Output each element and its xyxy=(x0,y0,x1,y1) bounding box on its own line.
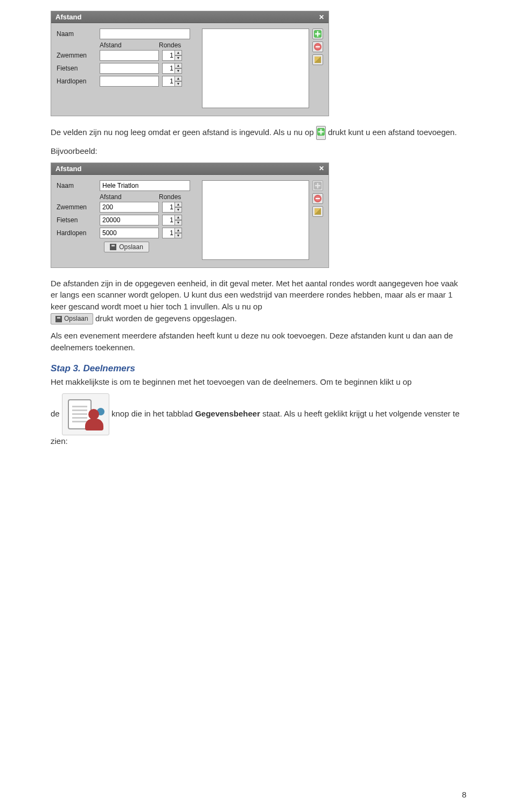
spin-down-icon[interactable]: ▼ xyxy=(174,220,182,225)
plus-icon xyxy=(314,182,322,189)
naam-input[interactable] xyxy=(100,29,190,39)
label-naam: Naam xyxy=(57,30,100,38)
person-icon xyxy=(88,409,99,420)
paragraph-multi: Als een evenement meerdere afstanden hee… xyxy=(51,330,466,354)
label-zwemmen: Zwemmen xyxy=(57,52,100,59)
spin-up-icon[interactable]: ▲ xyxy=(174,215,182,220)
fietsen-rondes-input[interactable] xyxy=(162,63,175,74)
edit-button[interactable] xyxy=(312,206,323,217)
spin-up-icon[interactable]: ▲ xyxy=(174,76,182,81)
remove-button[interactable] xyxy=(312,193,323,204)
plus-icon xyxy=(317,128,325,136)
label-naam: Naam xyxy=(57,182,100,189)
paragraph-step3a: Het makkelijkste is om te beginnen met h… xyxy=(51,376,466,388)
spin-down-icon[interactable]: ▼ xyxy=(174,233,182,238)
close-icon[interactable]: ✕ xyxy=(319,165,324,172)
fietsen-input[interactable] xyxy=(100,215,159,225)
page-number: 8 xyxy=(462,790,466,799)
afstand-listbox[interactable] xyxy=(202,29,309,108)
hardlopen-rondes-input[interactable] xyxy=(162,76,175,87)
spin-down-icon[interactable]: ▼ xyxy=(174,207,182,213)
hardlopen-input[interactable] xyxy=(100,228,159,238)
add-button xyxy=(312,180,323,191)
dialog-title: Afstand xyxy=(55,165,81,173)
dialog-titlebar[interactable]: Afstand ✕ xyxy=(51,11,329,23)
paragraph-bijvoorbeeld: Bijvoorbeeld: xyxy=(51,145,466,157)
zwemmen-rondes-input[interactable] xyxy=(162,50,175,61)
bold-gegevensbeheer: Gegevensbeheer xyxy=(195,409,260,418)
spin-up-icon[interactable]: ▲ xyxy=(174,228,182,233)
label-fietsen: Fietsen xyxy=(57,65,100,72)
minus-icon xyxy=(314,43,322,51)
deelnemers-button[interactable] xyxy=(62,393,109,435)
inline-save-label: Opslaan xyxy=(64,314,88,323)
close-icon[interactable]: ✕ xyxy=(319,13,324,21)
naam-input[interactable] xyxy=(100,180,190,191)
plus-icon xyxy=(314,30,322,38)
label-afstand: Afstand xyxy=(100,193,159,201)
spin-down-icon[interactable]: ▼ xyxy=(174,55,182,61)
zwemmen-input[interactable] xyxy=(100,50,159,61)
paragraph-intro: De velden zijn nu nog leeg omdat er geen… xyxy=(51,126,466,140)
pencil-icon xyxy=(315,208,321,215)
pencil-icon xyxy=(315,57,321,63)
text-fragment: drukt kunt u een afstand toevoegen. xyxy=(328,128,457,137)
floppy-icon xyxy=(55,316,62,322)
fietsen-input[interactable] xyxy=(100,63,159,74)
spin-up-icon[interactable]: ▲ xyxy=(174,50,182,55)
text-fragment: De velden zijn nu nog leeg omdat er geen… xyxy=(51,128,316,137)
label-rondes: Rondes xyxy=(159,193,191,201)
zwemmen-input[interactable] xyxy=(100,202,159,213)
paragraph-explain: De afstanden zijn in de opgegeven eenhei… xyxy=(51,278,466,325)
edit-button[interactable] xyxy=(312,54,323,65)
label-zwemmen: Zwemmen xyxy=(57,203,100,211)
afstand-listbox[interactable] xyxy=(202,180,309,260)
text-fragment: de xyxy=(51,409,62,418)
afstand-dialog-filled: Afstand ✕ Naam Afstand Rondes Zwemmen xyxy=(51,163,329,268)
label-fietsen: Fietsen xyxy=(57,216,100,224)
dialog-title: Afstand xyxy=(55,13,81,21)
inline-add-button[interactable] xyxy=(316,126,326,140)
floppy-icon xyxy=(110,244,116,250)
afstand-dialog-empty: Afstand ✕ Naam Afstand Rondes Zwemmen xyxy=(51,11,329,116)
label-hardlopen: Hardlopen xyxy=(57,77,100,85)
spin-down-icon[interactable]: ▼ xyxy=(174,81,182,87)
hardlopen-input[interactable] xyxy=(100,76,159,87)
inline-save-button[interactable]: Opslaan xyxy=(51,313,93,324)
label-rondes: Rondes xyxy=(159,41,191,49)
add-button[interactable] xyxy=(312,29,323,39)
save-label: Opslaan xyxy=(119,243,143,251)
zwemmen-rondes-input[interactable] xyxy=(162,202,175,213)
text-fragment: drukt worden de gegevens opgeslagen. xyxy=(95,314,237,323)
label-afstand: Afstand xyxy=(100,41,159,49)
dialog-titlebar[interactable]: Afstand ✕ xyxy=(51,163,329,175)
paragraph-step3b: de knop die in het tabblad Gegevensbehee… xyxy=(51,393,466,447)
spin-up-icon[interactable]: ▲ xyxy=(174,63,182,68)
text-fragment: De afstanden zijn in de opgegeven eenhei… xyxy=(51,279,458,312)
text-fragment: knop die in het tabblad xyxy=(111,409,195,418)
hardlopen-rondes-input[interactable] xyxy=(162,228,175,238)
fietsen-rondes-input[interactable] xyxy=(162,215,175,225)
remove-button[interactable] xyxy=(312,41,323,52)
spin-down-icon[interactable]: ▼ xyxy=(174,68,182,74)
heading-step3: Stap 3. Deelnemers xyxy=(51,363,466,374)
save-button[interactable]: Opslaan xyxy=(104,242,149,252)
spin-up-icon[interactable]: ▲ xyxy=(174,202,182,207)
minus-icon xyxy=(314,195,322,202)
person-icon xyxy=(85,419,103,430)
label-hardlopen: Hardlopen xyxy=(57,229,100,237)
